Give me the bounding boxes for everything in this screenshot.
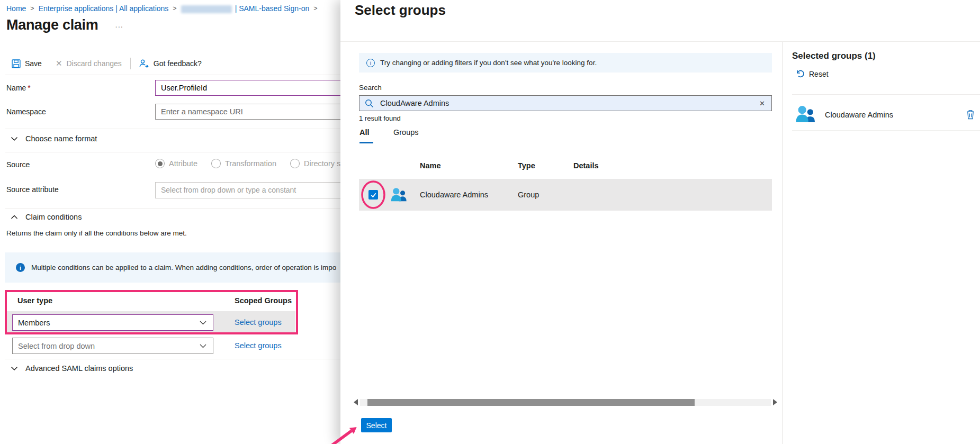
group-name: Cloudaware Admins xyxy=(420,179,488,211)
select-groups-panel: Select groups i Try changing or adding f… xyxy=(340,0,980,444)
search-icon xyxy=(365,99,374,108)
breadcrumb-separator: > xyxy=(313,5,317,12)
dismiss-icon: ✕ xyxy=(56,59,62,68)
divider xyxy=(792,94,980,95)
divider xyxy=(5,75,373,75)
discard-changes-button[interactable]: ✕ Discard changes xyxy=(56,59,122,68)
tab-all[interactable]: All xyxy=(359,128,370,137)
clear-search-icon[interactable]: ✕ xyxy=(758,99,766,107)
breadcrumb-separator: > xyxy=(173,5,176,12)
results-count: 1 result found xyxy=(359,114,401,122)
column-header-details: Details xyxy=(573,161,599,170)
breadcrumb-home[interactable]: Home xyxy=(6,4,26,13)
search-label: Search xyxy=(359,84,382,92)
user-type-dropdown-empty[interactable]: Select from drop down xyxy=(12,338,213,354)
selected-group-name: Cloudaware Admins xyxy=(825,99,893,130)
divider xyxy=(5,359,373,359)
chevron-down-icon xyxy=(200,344,206,348)
redacted-app-name xyxy=(181,5,232,13)
required-marker: * xyxy=(28,84,30,92)
claim-conditions-description: Returns the claim only if all the condit… xyxy=(6,229,187,237)
panel-title: Select groups xyxy=(355,2,446,19)
source-radio-group: Attribute Transformation Directory sch xyxy=(155,159,349,168)
divider xyxy=(5,152,373,152)
group-result-row[interactable]: Cloudaware Admins Group xyxy=(359,179,772,211)
selected-group-item: Cloudaware Admins xyxy=(792,99,980,130)
toolbar-divider xyxy=(130,58,131,69)
column-header-scoped-groups: Scoped Groups xyxy=(235,296,292,305)
row-checkbox-checked[interactable] xyxy=(368,190,378,200)
divider xyxy=(792,130,980,131)
source-attribute-label: Source attribute xyxy=(6,185,59,194)
breadcrumb-enterprise-applications[interactable]: Enterprise applications | All applicatio… xyxy=(39,4,169,13)
search-input[interactable] xyxy=(380,99,758,107)
scroll-right-arrow[interactable] xyxy=(773,399,777,405)
got-feedback-button[interactable]: Got feedback? xyxy=(139,59,202,68)
select-groups-link[interactable]: Select groups xyxy=(235,318,282,327)
source-field-label: Source xyxy=(6,160,30,169)
scrollbar-thumb[interactable] xyxy=(367,399,695,406)
breadcrumb-separator: > xyxy=(30,5,34,12)
command-bar: Save ✕ Discard changes Got feedback? xyxy=(12,56,202,71)
horizontal-scrollbar[interactable] xyxy=(354,398,777,406)
info-icon: i xyxy=(366,59,375,67)
info-icon: i xyxy=(16,263,25,272)
group-icon xyxy=(390,186,408,204)
scroll-left-arrow[interactable] xyxy=(354,399,358,405)
tab-groups[interactable]: Groups xyxy=(393,128,419,137)
radio-attribute[interactable]: Attribute xyxy=(155,159,197,168)
choose-name-format-expander[interactable]: Choose name format xyxy=(11,134,97,143)
select-groups-link[interactable]: Select groups xyxy=(235,341,282,350)
namespace-field-label: Namespace xyxy=(6,107,46,116)
reset-button[interactable]: Reset xyxy=(795,69,829,78)
scrollbar-track[interactable] xyxy=(360,399,771,406)
group-icon xyxy=(794,104,816,126)
column-header-user-type: User type xyxy=(17,296,52,305)
column-header-name: Name xyxy=(420,161,441,170)
column-header-type: Type xyxy=(518,161,535,170)
divider xyxy=(340,41,980,42)
conditions-info-banner: i Multiple conditions can be applied to … xyxy=(5,252,373,283)
group-type: Group xyxy=(518,179,539,211)
save-icon xyxy=(12,59,21,68)
radio-transformation[interactable]: Transformation xyxy=(211,159,276,168)
save-button[interactable]: Save xyxy=(12,59,42,68)
delete-trash-icon[interactable] xyxy=(966,110,975,120)
search-box: ✕ xyxy=(359,95,772,111)
breadcrumb-saml-sign-on[interactable]: | SAML-based Sign-on xyxy=(235,4,310,13)
breadcrumb: Home > Enterprise applications | All app… xyxy=(6,4,322,13)
filters-info-banner: i Try changing or adding filters if you … xyxy=(359,53,772,73)
more-options-ellipsis[interactable]: ... xyxy=(115,20,123,29)
name-field-label: Name* xyxy=(6,84,31,92)
divider xyxy=(5,209,373,209)
divider xyxy=(5,129,373,129)
chevron-down-icon xyxy=(200,321,206,325)
advanced-saml-options-expander[interactable]: Advanced SAML claims options xyxy=(11,364,133,373)
selected-groups-title: Selected groups (1) xyxy=(792,51,876,61)
chevron-down-icon xyxy=(11,137,18,141)
user-type-dropdown[interactable]: Members xyxy=(12,314,213,331)
undo-icon xyxy=(795,69,804,78)
radio-directory-schema[interactable]: Directory sch xyxy=(290,159,349,168)
chevron-down-icon xyxy=(11,366,18,371)
page-title: Manage claim... xyxy=(6,17,123,33)
chevron-up-icon xyxy=(11,215,18,220)
claim-conditions-expander[interactable]: Claim conditions xyxy=(11,213,82,221)
radio-unselected-icon xyxy=(290,159,300,168)
radio-selected-icon xyxy=(155,159,165,168)
select-button[interactable]: Select xyxy=(361,418,392,432)
checkmark-icon xyxy=(370,192,377,198)
vertical-divider xyxy=(783,42,783,444)
active-tab-indicator xyxy=(359,142,373,143)
feedback-person-icon xyxy=(139,59,149,68)
radio-unselected-icon xyxy=(211,159,221,168)
